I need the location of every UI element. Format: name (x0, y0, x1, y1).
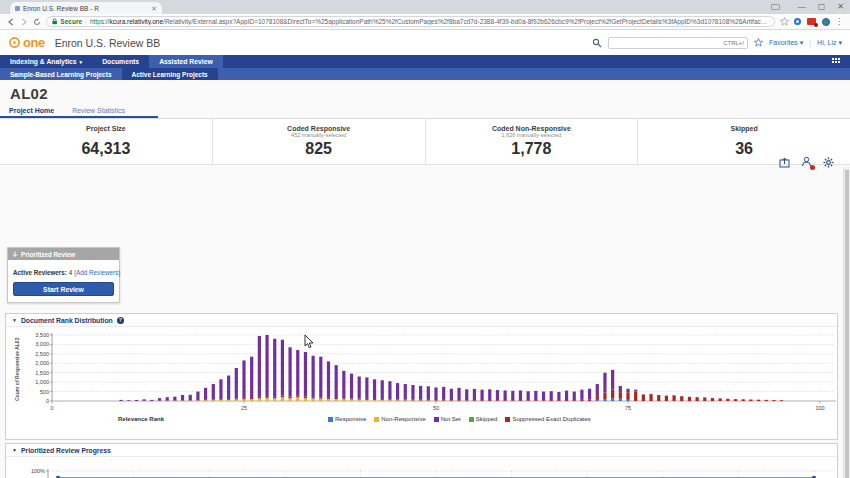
legend-item-skipped: Skipped (469, 416, 498, 422)
skipped-swatch-icon (469, 417, 474, 422)
workspace-title: Enron U.S. Review BB (55, 37, 161, 49)
nav-menu-grid-icon[interactable] (832, 58, 840, 66)
svg-text:1,000: 1,000 (35, 379, 49, 385)
collapse-caret-icon[interactable]: ▼ (12, 447, 17, 453)
tab-review-statistics[interactable]: Review Statistics (63, 104, 134, 116)
window-minimize-icon[interactable]: — (798, 2, 806, 11)
nav-indexing-analytics[interactable]: Indexing & Analytics▾ (0, 55, 92, 68)
document-rank-distribution-section: ▼ Document Rank Distribution ? Count of … (5, 313, 838, 440)
browser-tab-strip: Enron U.S. Review BB - R ✕ — ▢ ✕ (0, 0, 850, 14)
tab-favicon-icon (15, 6, 20, 11)
app-header: one Enron U.S. Review BB Favorites ▾ | H… (0, 30, 850, 55)
legend-item-suppressed: Suppressed Exact Duplicates (505, 416, 590, 422)
responsive-swatch-icon (328, 417, 333, 422)
stat-project-size: Project Size 64,313 (0, 119, 213, 164)
nav-assisted-review[interactable]: Assisted Review (149, 55, 223, 68)
reviewers-icon[interactable] (801, 156, 812, 168)
prioritized-review-icon (12, 251, 18, 258)
tab-title: Enron U.S. Review BB - R (23, 5, 148, 12)
relativity-one-logo: one (8, 35, 45, 50)
svg-text:50: 50 (433, 405, 439, 411)
rank-distribution-svg: 05001,0001,5002,0002,5003,0003,500025507… (14, 329, 842, 415)
secure-label: Secure (60, 18, 82, 25)
favorites-star-icon[interactable] (754, 38, 763, 47)
chevron-down-icon: ▾ (80, 59, 83, 65)
non_responsive-swatch-icon (374, 417, 379, 422)
url-text: https://kcura.relativity.one/Relativity/… (90, 18, 769, 25)
prioritized-review-title: Prioritized Review (21, 251, 75, 258)
project-tabs: Project Home Review Statistics (0, 104, 850, 119)
reload-icon[interactable] (33, 18, 41, 26)
suppressed-swatch-icon (505, 417, 510, 422)
favorites-menu[interactable]: Favorites ▾ (769, 39, 803, 47)
progress-line-svg: 0%20%40%60%80%100%200.00220.00240.00260.… (14, 459, 842, 478)
forward-icon[interactable] (20, 18, 28, 26)
gear-icon[interactable] (823, 157, 834, 168)
browser-menu-icon[interactable]: ⋮ (835, 17, 843, 26)
svg-text:500: 500 (40, 389, 49, 395)
active-reviewers-label: Active Reviewers: (13, 269, 67, 276)
not_set-swatch-icon (434, 417, 439, 422)
browser-address-bar: Secure | https://kcura.relativity.one/Re… (0, 14, 850, 30)
collapse-caret-icon[interactable]: ▼ (12, 317, 17, 323)
window-extra-icon[interactable] (771, 4, 780, 10)
rank-x-axis-title: Relevance Rank (118, 416, 164, 422)
rank-section-header[interactable]: ▼ Document Rank Distribution ? (6, 314, 837, 327)
bookmark-star-icon[interactable] (780, 17, 789, 26)
secondary-nav: Sample-Based Learning Projects Active Le… (0, 68, 850, 80)
svg-text:3,500: 3,500 (35, 332, 49, 338)
lock-icon (52, 18, 57, 25)
reviewers-alert-badge (810, 165, 815, 170)
svg-text:1,500: 1,500 (35, 370, 49, 376)
prioritized-review-panel: Prioritized Review Active Reviewers: 4 (… (7, 247, 120, 303)
nav-sample-based-projects[interactable]: Sample-Based Learning Projects (0, 68, 122, 80)
window-close-icon[interactable]: ✕ (837, 2, 844, 11)
scrollbar-thumb[interactable] (845, 170, 849, 478)
url-field[interactable]: Secure | https://kcura.relativity.one/Re… (46, 16, 775, 27)
prioritized-review-progress-section: ▼ Prioritized Review Progress % of Docum… (5, 443, 838, 478)
mouse-cursor (304, 335, 314, 349)
tab-project-home[interactable]: Project Home (0, 104, 63, 116)
user-menu[interactable]: Hi, Liz ▾ (817, 39, 842, 47)
start-review-button[interactable]: Start Review (13, 282, 114, 296)
page-scrollbar[interactable] (843, 167, 850, 478)
legend-item-non_responsive: Non-Responsive (374, 416, 425, 422)
svg-text:3,000: 3,000 (35, 341, 49, 347)
rank-chart: Count of Responsive AL02 05001,0001,5002… (6, 329, 837, 427)
extension-circle-icon[interactable] (794, 18, 801, 25)
help-icon[interactable]: ? (117, 317, 124, 324)
nav-documents[interactable]: Documents (92, 55, 149, 68)
svg-text:0: 0 (50, 405, 53, 411)
rank-section-title: Document Rank Distribution (21, 317, 113, 324)
svg-text:2,000: 2,000 (35, 360, 49, 366)
extension-mail-icon[interactable] (807, 18, 816, 25)
window-maximize-icon[interactable]: ▢ (818, 2, 826, 11)
progress-chart: % of Documents 0%20%40%60%80%100%200.002… (6, 459, 837, 478)
stats-cards: Project Size 64,313 Coded Responsive 452… (0, 119, 850, 165)
rank-chart-legend: ResponsiveNon-ResponsiveNot SetSkippedSu… (328, 416, 591, 422)
primary-nav: Indexing & Analytics▾ Documents Assisted… (0, 55, 850, 68)
legend-item-not_set: Not Set (434, 416, 461, 422)
export-icon[interactable] (779, 157, 790, 168)
back-icon[interactable] (7, 18, 15, 26)
relativity-logo-icon (8, 36, 21, 49)
tab-close-icon[interactable]: ✕ (151, 5, 157, 12)
rank-y-axis-title: Count of Responsive AL02 (14, 338, 20, 401)
svg-text:2,500: 2,500 (35, 351, 49, 357)
progress-section-header[interactable]: ▼ Prioritized Review Progress (6, 444, 837, 457)
browser-tab[interactable]: Enron U.S. Review BB - R ✕ (10, 2, 162, 14)
svg-text:25: 25 (241, 405, 247, 411)
nav-active-learning-projects[interactable]: Active Learning Projects (122, 68, 218, 80)
search-icon[interactable] (592, 38, 602, 48)
stat-coded-non-responsive: Coded Non-Responsive 1,626 manually-sele… (426, 119, 639, 164)
svg-text:0: 0 (46, 398, 49, 404)
extension-globe-icon[interactable] (822, 18, 830, 26)
svg-text:100%: 100% (31, 468, 45, 474)
page-title: AL02 (10, 85, 840, 102)
legend-item-responsive: Responsive (328, 416, 366, 422)
add-reviewers-link[interactable]: (Add Reviewers) (74, 269, 121, 276)
active-reviewers-count: 4 (69, 269, 73, 276)
project-page: AL02 Project Home Review Stat (0, 80, 850, 478)
quick-search-input[interactable] (608, 37, 748, 49)
svg-text:100: 100 (815, 405, 824, 411)
